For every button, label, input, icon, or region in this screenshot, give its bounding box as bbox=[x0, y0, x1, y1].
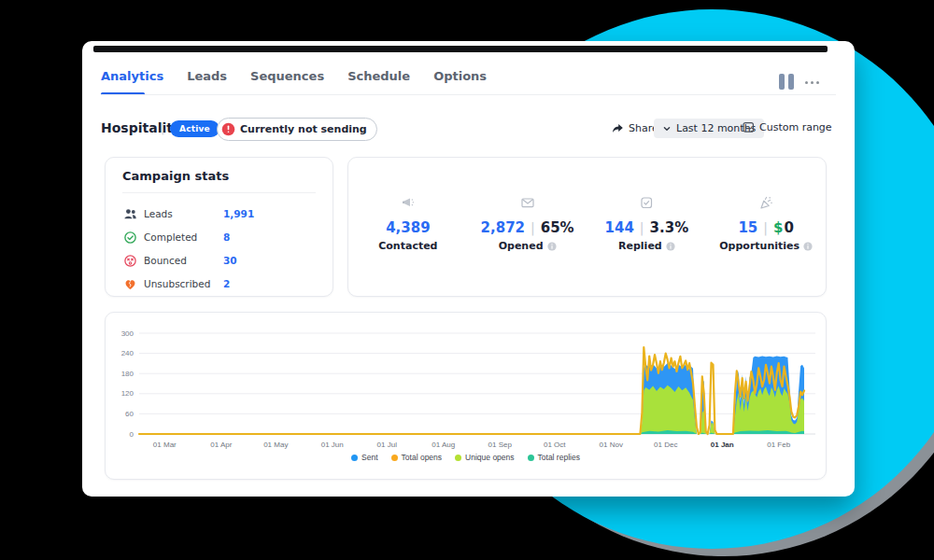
stat-value: 8 bbox=[223, 231, 230, 243]
tab-schedule[interactable]: Schedule bbox=[347, 69, 410, 83]
stat-opportunities: 15 | $0 Opportunities bbox=[706, 158, 826, 296]
legend-dot-icon bbox=[351, 455, 358, 461]
stat-label: Bounced bbox=[144, 255, 187, 266]
pause-campaign-button[interactable] bbox=[779, 74, 794, 90]
x-tick-label: 01 Mar bbox=[153, 441, 177, 449]
legend-item-unique-opens[interactable]: Unique opens bbox=[455, 453, 514, 462]
value-separator: | bbox=[640, 220, 644, 235]
ellipsis-icon bbox=[816, 81, 819, 84]
x-tick-label: 01 Apr bbox=[210, 441, 232, 449]
leads-icon bbox=[122, 206, 137, 221]
page-background: Analytics Leads Sequences Schedule Optio… bbox=[0, 0, 934, 560]
legend-dot-icon bbox=[528, 455, 534, 461]
stat-replied: 144 | 3.3% Replied bbox=[587, 158, 707, 296]
pause-icon bbox=[779, 74, 785, 90]
status-badge[interactable]: Active bbox=[170, 120, 219, 137]
tab-analytics[interactable]: Analytics bbox=[101, 69, 163, 83]
x-tick-label: 01 Aug bbox=[432, 441, 455, 449]
custom-range-label: Custom range bbox=[759, 121, 832, 133]
tab-sequences[interactable]: Sequences bbox=[250, 69, 324, 83]
legend-item-sent[interactable]: Sent bbox=[351, 453, 378, 462]
unsubscribed-icon bbox=[122, 276, 137, 291]
replied-value: 144 bbox=[605, 219, 634, 236]
series-total-opens bbox=[139, 347, 804, 434]
legend-item-total-opens[interactable]: Total opens bbox=[391, 453, 442, 462]
alert-icon bbox=[221, 122, 235, 136]
legend-label: Total replies bbox=[538, 453, 580, 462]
opportunities-currency: $ bbox=[773, 219, 783, 236]
party-popper-icon bbox=[757, 193, 774, 212]
value-separator: | bbox=[531, 220, 535, 235]
stat-value: 2 bbox=[223, 278, 230, 289]
title-separator: | bbox=[161, 121, 164, 135]
opportunities-value: 15 bbox=[738, 219, 757, 236]
y-tick-label: 60 bbox=[125, 410, 134, 418]
calendar-icon bbox=[742, 120, 755, 133]
warning-label: Currently not sending bbox=[240, 123, 367, 135]
dashboard-window: Analytics Leads Sequences Schedule Optio… bbox=[82, 41, 855, 497]
pause-icon bbox=[788, 74, 794, 90]
x-tick-label: 01 Jan bbox=[711, 441, 734, 449]
stat-row-completed: Completed 8 bbox=[122, 230, 318, 245]
stat-opened: 2,872 | 65% Opened bbox=[468, 158, 587, 296]
info-icon[interactable] bbox=[547, 242, 557, 251]
replied-label: Replied bbox=[618, 240, 662, 252]
stat-label: Unsubscribed bbox=[144, 278, 210, 289]
legend-label: Sent bbox=[361, 453, 378, 462]
contacted-value: 4,389 bbox=[386, 219, 430, 236]
opened-label: Opened bbox=[499, 240, 544, 252]
opened-rate: 65% bbox=[541, 219, 574, 236]
share-button[interactable]: Share bbox=[611, 121, 658, 134]
completed-icon bbox=[122, 230, 137, 245]
nav-divider bbox=[101, 94, 836, 95]
x-tick-label: 01 Nov bbox=[600, 441, 623, 449]
chart-legend: SentTotal opensUnique opensTotal replies bbox=[106, 453, 826, 462]
legend-label: Unique opens bbox=[465, 453, 514, 462]
window-top-bar bbox=[93, 46, 828, 52]
info-icon[interactable] bbox=[803, 242, 813, 251]
x-tick-label: 01 Sep bbox=[488, 441, 513, 449]
x-tick-label: 01 May bbox=[263, 441, 288, 449]
info-icon[interactable] bbox=[666, 242, 675, 251]
tab-options[interactable]: Options bbox=[433, 69, 487, 83]
stat-row-bounced: Bounced 30 bbox=[122, 253, 318, 268]
legend-item-total-replies[interactable]: Total replies bbox=[528, 453, 580, 462]
legend-dot-icon bbox=[391, 455, 398, 461]
overview-stats-card: 4,389 Contacted 2,872 | 65% bbox=[347, 157, 827, 297]
contacted-label: Contacted bbox=[378, 240, 437, 252]
stat-row-leads: Leads 1,991 bbox=[122, 206, 318, 221]
y-tick-label: 0 bbox=[130, 430, 134, 439]
ellipsis-icon bbox=[805, 81, 808, 84]
legend-label: Total opens bbox=[402, 453, 442, 462]
megaphone-icon bbox=[400, 193, 417, 212]
legend-dot-icon bbox=[455, 455, 461, 461]
stat-value: 1,991 bbox=[223, 208, 254, 219]
stat-contacted: 4,389 Contacted bbox=[348, 158, 468, 296]
not-sending-warning[interactable]: Currently not sending bbox=[217, 118, 377, 141]
opportunities-amount: 0 bbox=[784, 219, 793, 236]
campaign-chart-card: 06012018024030001 Mar01 Apr01 May01 Jun0… bbox=[105, 312, 827, 480]
x-tick-label: 01 Oct bbox=[544, 441, 566, 449]
stat-row-unsubscribed: Unsubscribed 2 bbox=[122, 276, 318, 291]
value-separator: | bbox=[763, 220, 768, 235]
y-tick-label: 180 bbox=[121, 370, 134, 378]
stat-value: 30 bbox=[223, 255, 237, 266]
custom-range-button[interactable]: Custom range bbox=[742, 120, 832, 133]
stat-label: Completed bbox=[144, 231, 197, 243]
campaign-stats-title: Campaign stats bbox=[122, 169, 229, 183]
x-tick-label: 01 Dec bbox=[654, 441, 677, 449]
y-tick-label: 300 bbox=[121, 329, 134, 338]
replied-rate: 3.3% bbox=[650, 219, 689, 236]
campaign-activity-chart[interactable]: 06012018024030001 Mar01 Apr01 May01 Jun0… bbox=[113, 320, 818, 451]
y-tick-label: 120 bbox=[121, 389, 134, 398]
nav-tabs: Analytics Leads Sequences Schedule Optio… bbox=[101, 69, 487, 83]
share-icon bbox=[611, 121, 624, 134]
x-tick-label: 01 Jul bbox=[377, 441, 398, 449]
x-tick-label: 01 Feb bbox=[767, 441, 790, 449]
tab-leads[interactable]: Leads bbox=[187, 69, 227, 83]
chevron-down-icon bbox=[662, 124, 672, 133]
envelope-icon bbox=[519, 193, 536, 212]
bounced-icon bbox=[122, 253, 137, 268]
opportunities-label: Opportunities bbox=[719, 240, 800, 252]
more-options-button[interactable] bbox=[805, 81, 819, 84]
